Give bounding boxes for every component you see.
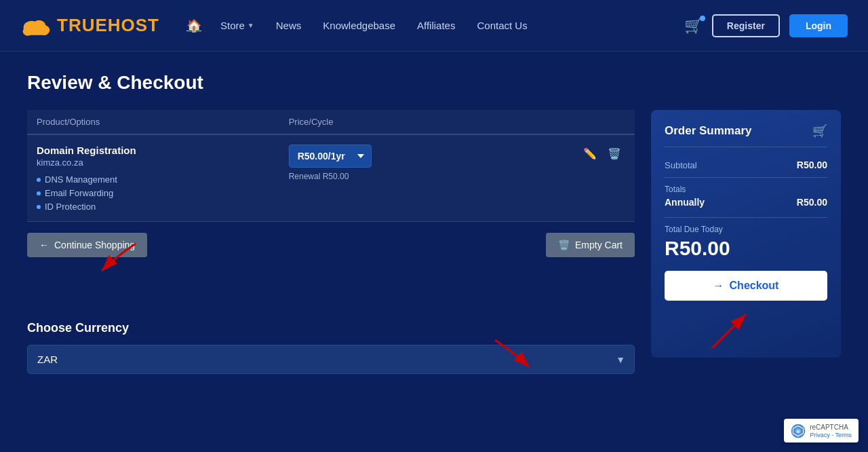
checkout-arrow-icon: → <box>713 280 724 292</box>
order-summary: Order Summary 🛒 Subtotal R50.00 Totals A… <box>651 110 841 358</box>
recaptcha-text: reCAPTCHA <box>810 423 852 432</box>
contact-label: Contact Us <box>477 20 527 31</box>
home-icon: 🏠 <box>186 19 201 33</box>
product-addons: DNS Management Email Forwarding ID Prote… <box>37 174 270 212</box>
product-domain: kimza.co.za <box>37 157 270 168</box>
currency-select-wrap: ZAR USD EUR GBP ▼ <box>27 345 635 374</box>
total-due-label: Total Due Today <box>665 225 827 234</box>
recaptcha-logo-icon <box>791 423 806 438</box>
contact-nav-link[interactable]: Contact Us <box>467 14 536 37</box>
addon-email: Email Forwarding <box>37 188 270 198</box>
annually-value: R50.00 <box>797 197 827 208</box>
addon-id-protection: ID Protection <box>37 202 270 212</box>
order-summary-header: Order Summary 🛒 <box>665 124 827 147</box>
edit-item-button[interactable]: ✏️ <box>579 145 601 163</box>
currency-section: Choose Currency ZAR USD EUR GBP ▼ <box>27 321 635 417</box>
recaptcha-badge: reCAPTCHA Privacy - Terms <box>784 419 859 442</box>
col-price-header: Price/Cycle <box>279 110 496 134</box>
logo-icon <box>20 14 52 38</box>
empty-cart-label: Empty Cart <box>575 240 623 250</box>
home-nav-link[interactable]: 🏠 <box>180 13 208 39</box>
store-label: Store <box>220 20 245 31</box>
order-summary-title: Order Summary <box>665 124 752 138</box>
renewal-text: Renewal R50.00 <box>289 172 486 181</box>
login-button[interactable]: Login <box>789 14 848 37</box>
cart-table-section: Product/Options Price/Cycle Domain Regis… <box>27 110 635 417</box>
total-due-amount: R50.00 <box>665 237 827 260</box>
price-cell: R50.00/1yr R100.00/2yr Renewal R50.00 <box>279 134 496 222</box>
product-info-cell: Domain Registration kimza.co.za DNS Mana… <box>27 134 279 222</box>
nav-right: 🛒 Register Login <box>684 14 848 37</box>
summary-divider-2 <box>665 217 827 218</box>
store-chevron-icon: ▼ <box>248 22 254 29</box>
affiliates-nav-link[interactable]: Affiliates <box>408 14 465 37</box>
nav-links: 🏠 Store ▼ News Knowledgebase Affiliates … <box>180 13 684 39</box>
register-button[interactable]: Register <box>712 14 780 37</box>
cart-notification-dot <box>700 16 705 21</box>
addon-dns: DNS Management <box>37 174 270 185</box>
empty-cart-button[interactable]: 🗑️ Empty Cart <box>546 233 635 257</box>
arrow-left-icon: ← <box>39 240 49 250</box>
trash-icon: 🗑️ <box>558 240 570 250</box>
recaptcha-links: Privacy - Terms <box>810 432 852 438</box>
logo[interactable]: TRUEHOST <box>20 14 159 38</box>
subtotal-value: R50.00 <box>797 159 827 170</box>
brand-name: TRUEHOST <box>57 15 159 36</box>
store-nav-link[interactable]: Store ▼ <box>211 14 264 37</box>
knowledgebase-nav-link[interactable]: Knowledgebase <box>313 14 405 37</box>
affiliates-label: Affiliates <box>417 20 455 31</box>
cart-icon-wrap[interactable]: 🛒 <box>684 17 703 35</box>
cart-table: Product/Options Price/Cycle Domain Regis… <box>27 110 635 222</box>
row-actions-cell: ✏️ 🗑️ <box>496 134 635 222</box>
cart-summary-icon: 🛒 <box>812 124 827 138</box>
product-name: Domain Registration <box>37 145 270 156</box>
checkout-button[interactable]: → Checkout <box>665 271 827 301</box>
news-label: News <box>276 20 302 31</box>
continue-shopping-button[interactable]: ← Continue Shopping <box>27 233 147 257</box>
annually-row: Annually R50.00 <box>665 197 827 208</box>
col-product-header: Product/Options <box>27 110 279 134</box>
table-row: Domain Registration kimza.co.za DNS Mana… <box>27 134 635 222</box>
totals-label: Totals <box>665 185 827 194</box>
delete-item-button[interactable]: 🗑️ <box>604 145 625 163</box>
knowledgebase-label: Knowledgebase <box>323 20 395 31</box>
navbar: TRUEHOST 🏠 Store ▼ News Knowledgebase Af… <box>0 0 868 52</box>
main-content: Review & Checkout Product/Options Price/… <box>0 52 868 438</box>
page-title: Review & Checkout <box>27 72 841 94</box>
svg-rect-4 <box>24 29 48 35</box>
price-cycle-dropdown[interactable]: R50.00/1yr R100.00/2yr <box>289 145 372 168</box>
annually-label: Annually <box>665 197 705 208</box>
checkout-label: Checkout <box>730 280 779 292</box>
cart-actions: ← Continue Shopping 🗑️ Empty Cart <box>27 233 635 257</box>
subtotal-label: Subtotal <box>665 160 697 170</box>
checkout-layout: Product/Options Price/Cycle Domain Regis… <box>27 110 841 417</box>
arrow-checkout <box>705 307 760 348</box>
summary-divider <box>665 177 827 178</box>
subtotal-row: Subtotal R50.00 <box>665 159 827 170</box>
continue-shopping-label: Continue Shopping <box>54 240 135 250</box>
currency-title: Choose Currency <box>27 321 635 335</box>
news-nav-link[interactable]: News <box>267 14 311 37</box>
currency-dropdown[interactable]: ZAR USD EUR GBP <box>27 345 635 374</box>
